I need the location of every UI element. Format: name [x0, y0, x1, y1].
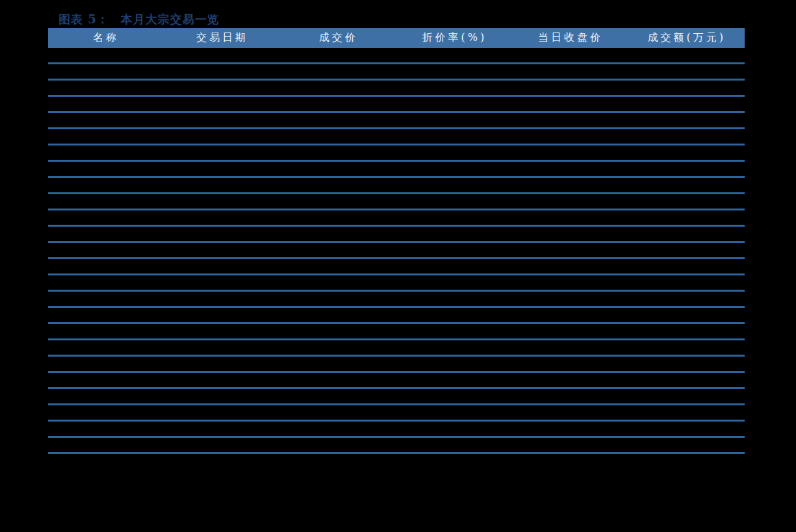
- table-row: [48, 308, 745, 324]
- table-row: [48, 210, 745, 227]
- column-header-2: 成交价: [280, 31, 396, 45]
- table-row: [48, 48, 745, 64]
- column-header-1: 交易日期: [164, 31, 281, 45]
- table-row: [48, 259, 745, 275]
- table-row: [48, 357, 745, 373]
- table-row: [48, 64, 745, 81]
- table-row: [48, 194, 745, 210]
- table-row: [48, 162, 745, 178]
- table-row: [48, 129, 745, 146]
- table-row: [48, 113, 745, 129]
- table-row: [48, 178, 745, 194]
- table-row: [48, 405, 745, 422]
- column-header-3: 折价率(%): [396, 31, 513, 45]
- table-row: [48, 340, 745, 357]
- table-row: [48, 389, 745, 405]
- block-trades-table: 名称交易日期成交价折价率(%)当日收盘价成交额(万元): [48, 28, 745, 454]
- table-header-row: 名称交易日期成交价折价率(%)当日收盘价成交额(万元): [48, 28, 745, 48]
- table-row: [48, 324, 745, 340]
- table-row: [48, 438, 745, 454]
- table-body: [48, 48, 745, 454]
- figure-label: 图表 5：: [58, 12, 109, 26]
- table-row: [48, 146, 745, 162]
- table-row: [48, 97, 745, 113]
- table-row: [48, 227, 745, 243]
- figure-title: 本月大宗交易一览: [121, 12, 220, 26]
- column-header-0: 名称: [48, 31, 164, 45]
- column-header-4: 当日收盘价: [513, 31, 629, 45]
- table-row: [48, 243, 745, 259]
- table-row: [48, 292, 745, 308]
- figure-caption: 图表 5：本月大宗交易一览: [58, 12, 220, 27]
- table-row: [48, 373, 745, 389]
- table-row: [48, 275, 745, 292]
- table-row: [48, 422, 745, 438]
- column-header-5: 成交额(万元): [628, 31, 745, 45]
- table-row: [48, 81, 745, 97]
